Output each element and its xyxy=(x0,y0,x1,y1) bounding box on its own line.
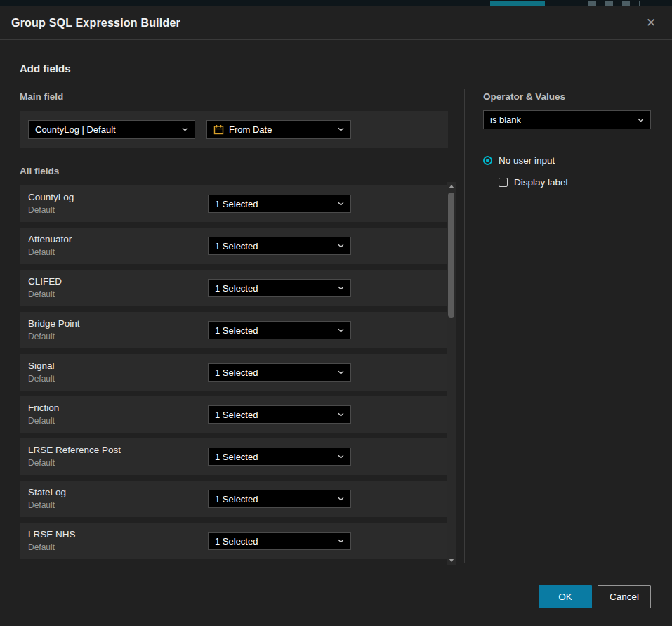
field-name: LRSE Reference Post xyxy=(28,445,121,455)
display-label-text: Display label xyxy=(514,177,568,188)
chevron-down-icon xyxy=(338,539,344,543)
field-selection-dropdown[interactable]: 1 Selected xyxy=(208,279,351,297)
operator-value: is blank xyxy=(490,115,521,125)
cancel-button[interactable]: Cancel xyxy=(598,585,651,608)
chevron-down-icon xyxy=(338,127,344,131)
field-meta: StateLog Default xyxy=(28,487,66,510)
main-field-source-dropdown[interactable]: CountyLog | Default xyxy=(28,120,195,139)
occluded-toolbar-icons-fragment xyxy=(588,1,640,6)
chevron-down-icon xyxy=(338,244,344,248)
operator-values-heading: Operator & Values xyxy=(483,91,565,102)
field-row: LRSE NHS Default 1 Selected xyxy=(20,523,448,559)
field-selection-value: 1 Selected xyxy=(215,241,258,252)
no-user-input-label: No user input xyxy=(499,155,555,166)
field-meta: Bridge Point Default xyxy=(28,318,80,341)
field-selection-dropdown[interactable]: 1 Selected xyxy=(208,448,351,466)
scrollbar-thumb[interactable] xyxy=(448,193,454,318)
field-selection-dropdown[interactable]: 1 Selected xyxy=(208,532,351,550)
main-field-date-dropdown[interactable]: From Date xyxy=(206,120,351,139)
field-row: Attenuator Default 1 Selected xyxy=(20,228,448,264)
field-name: Bridge Point xyxy=(28,318,80,329)
field-name: CLIFED xyxy=(28,276,62,287)
field-selection-value: 1 Selected xyxy=(215,199,258,209)
field-selection-value: 1 Selected xyxy=(215,410,258,420)
chevron-down-icon xyxy=(338,370,344,374)
scroll-up-icon[interactable] xyxy=(449,185,454,188)
chevron-down-icon xyxy=(338,497,344,501)
field-meta: Signal Default xyxy=(28,360,55,384)
field-subtitle: Default xyxy=(28,500,66,510)
field-subtitle: Default xyxy=(28,458,121,468)
field-selection-value: 1 Selected xyxy=(215,283,258,294)
field-name: Friction xyxy=(28,403,59,413)
dialog-header: Group SQL Expression Builder ✕ xyxy=(0,6,672,40)
field-row: Friction Default 1 Selected xyxy=(20,396,448,433)
field-selection-value: 1 Selected xyxy=(215,367,258,378)
no-user-input-radio[interactable]: No user input xyxy=(483,155,555,166)
fields-list-scrollbar[interactable] xyxy=(447,182,456,565)
group-sql-expression-builder-dialog: Group SQL Expression Builder ✕ Add field… xyxy=(0,6,672,626)
field-selection-value: 1 Selected xyxy=(215,536,258,547)
dialog-title: Group SQL Expression Builder xyxy=(11,17,180,30)
field-subtitle: Default xyxy=(28,542,76,552)
main-field-label: Main field xyxy=(20,91,63,102)
operator-dropdown[interactable]: is blank xyxy=(483,110,651,129)
field-meta: LRSE Reference Post Default xyxy=(28,445,121,468)
field-name: Signal xyxy=(28,360,55,371)
scroll-down-icon[interactable] xyxy=(449,559,454,562)
chevron-down-icon xyxy=(338,455,344,459)
chevron-down-icon xyxy=(182,127,188,131)
field-selection-value: 1 Selected xyxy=(215,325,258,336)
field-row: CountyLog Default 1 Selected xyxy=(20,185,448,222)
field-row: LRSE Reference Post Default 1 Selected xyxy=(20,438,448,475)
main-field-date-value: From Date xyxy=(229,124,272,135)
dialog-footer: OK Cancel xyxy=(539,585,651,608)
field-meta: Friction Default xyxy=(28,403,59,426)
field-subtitle: Default xyxy=(28,374,55,384)
field-subtitle: Default xyxy=(28,332,80,341)
close-icon: ✕ xyxy=(646,15,656,30)
field-name: Attenuator xyxy=(28,234,72,244)
chevron-down-icon xyxy=(638,118,644,122)
chevron-down-icon xyxy=(338,202,344,206)
field-selection-dropdown[interactable]: 1 Selected xyxy=(208,363,351,382)
field-selection-dropdown[interactable]: 1 Selected xyxy=(208,405,351,424)
field-row: CLIFED Default 1 Selected xyxy=(20,270,448,306)
field-selection-value: 1 Selected xyxy=(215,452,258,462)
field-selection-dropdown[interactable]: 1 Selected xyxy=(208,490,351,508)
occluded-teal-text-fragment xyxy=(490,1,545,6)
ok-button[interactable]: OK xyxy=(539,585,592,608)
all-fields-list: CountyLog Default 1 Selected Attenuator … xyxy=(20,185,448,559)
main-field-source-value: CountyLog | Default xyxy=(35,124,116,135)
field-name: CountyLog xyxy=(28,192,74,202)
add-fields-heading: Add fields xyxy=(20,63,71,74)
checkbox-unchecked-icon xyxy=(499,178,508,187)
field-row: Signal Default 1 Selected xyxy=(20,354,448,391)
field-meta: LRSE NHS Default xyxy=(28,529,76,552)
radio-selected-icon xyxy=(483,156,492,165)
chevron-down-icon xyxy=(338,328,344,332)
chevron-down-icon xyxy=(338,412,344,417)
field-selection-dropdown[interactable]: 1 Selected xyxy=(208,237,351,255)
main-field-panel: CountyLog | Default From Date xyxy=(20,111,448,148)
field-row: StateLog Default 1 Selected xyxy=(20,481,448,517)
chevron-down-icon xyxy=(338,286,344,290)
field-selection-dropdown[interactable]: 1 Selected xyxy=(208,321,351,339)
field-name: StateLog xyxy=(28,487,66,497)
field-meta: Attenuator Default xyxy=(28,234,72,257)
calendar-icon xyxy=(213,124,224,135)
close-button[interactable]: ✕ xyxy=(641,13,661,33)
all-fields-label: All fields xyxy=(20,166,59,176)
field-subtitle: Default xyxy=(28,205,74,215)
field-selection-dropdown[interactable]: 1 Selected xyxy=(208,195,351,213)
field-subtitle: Default xyxy=(28,247,72,257)
display-label-checkbox[interactable]: Display label xyxy=(499,177,568,188)
field-meta: CountyLog Default xyxy=(28,192,74,215)
vertical-divider xyxy=(464,89,465,563)
field-meta: CLIFED Default xyxy=(28,276,62,299)
field-subtitle: Default xyxy=(28,416,59,426)
field-name: LRSE NHS xyxy=(28,529,76,540)
occluded-app-bar xyxy=(0,0,672,6)
field-row: Bridge Point Default 1 Selected xyxy=(20,312,448,348)
field-selection-value: 1 Selected xyxy=(215,494,258,504)
